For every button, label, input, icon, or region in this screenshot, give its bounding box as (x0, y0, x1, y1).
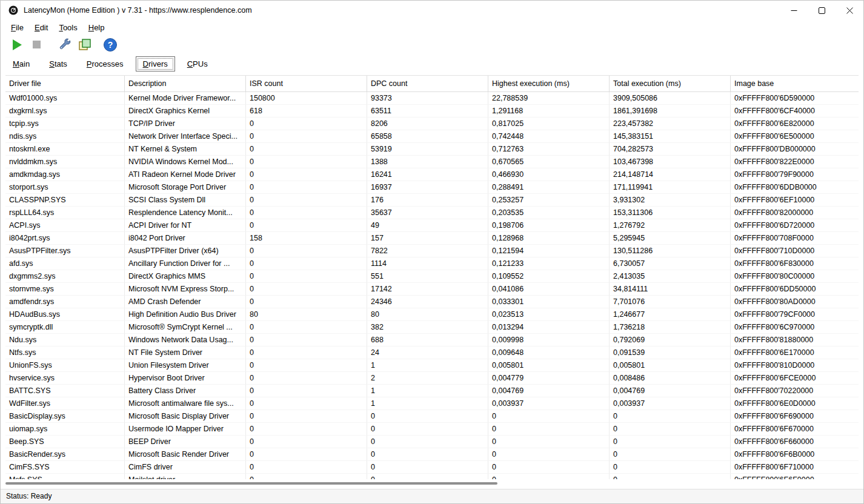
table-row[interactable]: dxgkrnl.sysDirectX Graphics Kernel618635… (5, 105, 859, 118)
menu-item-help[interactable]: Help (83, 21, 110, 34)
table-cell: ATI Radeon Kernel Mode Driver (125, 168, 246, 181)
table-cell: 0xFFFFF800'79CF0000 (731, 308, 859, 321)
minimize-icon[interactable] (780, 1, 808, 20)
help-button[interactable]: ? (102, 37, 118, 53)
latencymon-window: LatencyMon (Home Edition ) v 7.31 - http… (0, 0, 864, 504)
table-cell: 0 (246, 168, 367, 181)
table-row[interactable]: ntoskrnl.exeNT Kernel & System0539190,71… (5, 143, 859, 156)
copy-report-button[interactable] (77, 37, 93, 53)
help-icon: ? (103, 38, 118, 52)
table-cell: 0 (488, 436, 610, 448)
column-header[interactable]: Description (125, 76, 246, 92)
table-cell: 0,033301 (488, 296, 610, 308)
table-row[interactable]: i8042prt.sysi8042 Port Driver1581570,128… (5, 232, 859, 245)
column-header[interactable]: Driver file (5, 76, 125, 92)
table-cell: 0 (488, 410, 610, 423)
table-cell: 0 (246, 143, 367, 156)
table-row[interactable]: dxgmms2.sysDirectX Graphics MMS05510,109… (5, 270, 859, 283)
table-row[interactable]: storport.sysMicrosoft Storage Port Drive… (5, 181, 859, 194)
table-row[interactable]: symcryptk.dllMicrosoft® SymCrypt Kernel … (5, 321, 859, 334)
maximize-icon[interactable] (808, 1, 836, 20)
table-row[interactable]: CLASSPNP.SYSSCSI Class System Dll01760,2… (5, 194, 859, 207)
table-row[interactable]: ACPI.sysACPI Driver for NT0490,1987061,2… (5, 219, 859, 232)
table-cell: 0,003937 (488, 397, 610, 410)
menu-item-tools[interactable]: Tools (53, 21, 82, 34)
table-cell: CLASSPNP.SYS (5, 194, 125, 207)
table-cell: 153,311306 (610, 207, 731, 219)
table-cell: 0 (246, 385, 367, 397)
table-cell: 0xFFFFF800'6E170000 (731, 346, 859, 359)
menu-item-edit[interactable]: Edit (29, 21, 53, 34)
tab-processes[interactable]: Processes (79, 56, 131, 71)
table-cell: 0,792069 (610, 334, 731, 346)
table-cell: 0xFFFFF800'70220000 (731, 385, 859, 397)
copy-icon (78, 38, 92, 52)
table-cell: 0,198706 (488, 219, 610, 232)
table-cell: 1 (367, 359, 488, 372)
table-cell: 551 (367, 270, 488, 283)
table-cell: 0 (610, 436, 731, 448)
table-row[interactable]: Wdf01000.sysKernel Mode Driver Framewor.… (5, 92, 859, 105)
table-cell: Microsoft Basic Render Driver (125, 448, 246, 461)
table-row[interactable]: hvservice.sysHypervisor Boot Driver020,0… (5, 372, 859, 385)
scrollbar-thumb[interactable] (5, 482, 497, 485)
table-row[interactable]: Ndu.sysWindows Network Data Usag...06880… (5, 334, 859, 346)
table-row[interactable]: Ntfs.sysNT File System Driver0240,009648… (5, 346, 859, 359)
table-cell: 0xFFFFF800'6F6B0000 (731, 448, 859, 461)
tab-stats[interactable]: Stats (42, 56, 75, 71)
table-cell: HDAudBus.sys (5, 308, 125, 321)
table-row[interactable]: BasicRender.sysMicrosoft Basic Render Dr… (5, 448, 859, 461)
table-row[interactable]: uiomap.sysUsermode IO Mapper Driver00000… (5, 423, 859, 436)
tab-main[interactable]: Main (5, 56, 37, 71)
table-row[interactable]: tcpip.sysTCP/IP Driver082060,817025223,4… (5, 118, 859, 130)
column-header[interactable]: Total execution (ms) (610, 76, 731, 92)
table-cell: 1,291168 (488, 105, 610, 118)
tab-drivers[interactable]: Drivers (136, 56, 175, 71)
table-row[interactable]: WdFilter.sysMicrosoft antimalware file s… (5, 397, 859, 410)
tab-bar: MainStatsProcessesDriversCPUs (1, 55, 863, 73)
start-monitor-button[interactable] (9, 37, 25, 53)
table-cell: hvservice.sys (5, 372, 125, 385)
table-row[interactable]: AsusPTPFilter.sysAsusPTPFilter Driver (x… (5, 245, 859, 257)
table-row[interactable]: BATTC.SYSBattery Class Driver010,0047690… (5, 385, 859, 397)
table-cell: 0,005801 (488, 359, 610, 372)
table-row[interactable]: UnionFS.sysUnion Filesystem Driver010,00… (5, 359, 859, 372)
column-header[interactable]: ISR count (246, 76, 367, 92)
menu-bar: FileEditToolsHelp (1, 20, 863, 35)
table-row[interactable]: rspLLL64.sysResplendence Latency Monit..… (5, 207, 859, 219)
table-cell: 0xFFFFF800'710D0000 (731, 245, 859, 257)
table-row[interactable]: HDAudBus.sysHigh Definition Audio Bus Dr… (5, 308, 859, 321)
table-row[interactable]: amdfendr.sysAMD Crash Defender0243460,03… (5, 296, 859, 308)
table-row[interactable]: ndis.sysNetwork Driver Interface Speci..… (5, 130, 859, 143)
stop-monitor-button[interactable] (28, 37, 44, 53)
table-cell: AsusPTPFilter.sys (5, 245, 125, 257)
table-cell: dxgmms2.sys (5, 270, 125, 283)
table-row[interactable]: nvlddmkm.sysNVIDIA Windows Kernel Mod...… (5, 156, 859, 168)
table-row[interactable]: Beep.SYSBEEP Driver00000xFFFFF800'6F6600… (5, 436, 859, 448)
table-row[interactable]: BasicDisplay.sysMicrosoft Basic Display … (5, 410, 859, 423)
table-cell: 0xFFFFF800'810D0000 (731, 359, 859, 372)
table-row[interactable]: afd.sysAncillary Function Driver for ...… (5, 257, 859, 270)
table-cell: WdFilter.sys (5, 397, 125, 410)
column-header[interactable]: Highest execution (ms) (488, 76, 610, 92)
table-cell: Ntfs.sys (5, 346, 125, 359)
table-row[interactable]: stornvme.sysMicrosoft NVM Express Storp.… (5, 283, 859, 296)
table-cell: 0 (246, 372, 367, 385)
table-cell: 0xFFFFF800'DB000000 (731, 143, 859, 156)
tab-cpus[interactable]: CPUs (180, 56, 215, 71)
table-cell: Hypervisor Boot Driver (125, 372, 246, 385)
table-row[interactable]: amdkmdag.sysATI Radeon Kernel Mode Drive… (5, 168, 859, 181)
table-cell: 0xFFFFF800'822E0000 (731, 156, 859, 168)
table-row[interactable]: CimFS.SYSCimFS driver00000xFFFFF800'6F71… (5, 461, 859, 474)
table-cell: 0,817025 (488, 118, 610, 130)
menu-item-file[interactable]: File (5, 21, 29, 34)
column-header[interactable]: DPC count (367, 76, 488, 92)
table-cell: 3,931302 (610, 194, 731, 207)
table-cell: 6,730057 (610, 257, 731, 270)
horizontal-scrollbar[interactable] (5, 479, 859, 487)
table-cell: 0,109552 (488, 270, 610, 283)
options-button[interactable] (58, 37, 73, 53)
table-cell: DirectX Graphics MMS (125, 270, 246, 283)
close-icon[interactable] (836, 1, 863, 20)
column-header[interactable]: Image base (731, 76, 859, 92)
